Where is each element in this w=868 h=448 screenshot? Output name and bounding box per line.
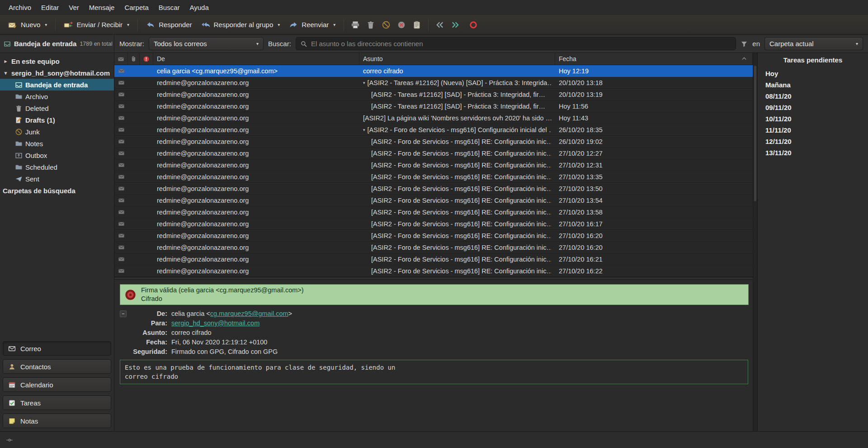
folder-scheduled[interactable]: Scheduled xyxy=(0,161,114,173)
message-row[interactable]: redmine@gonzalonazareno.org[ASIR2 - Foro… xyxy=(114,195,753,206)
folder-deleted[interactable]: Deleted xyxy=(0,102,114,114)
status-toggle-icon[interactable] xyxy=(5,437,14,443)
message-headers: − De: celia garcia <cg.marquez95@gmail.c… xyxy=(120,309,753,356)
show-filter-dropdown[interactable]: Todos los correos ▾ xyxy=(149,37,264,50)
folder-carpetas-de-b-squeda[interactable]: Carpetas de búsqueda xyxy=(0,185,114,196)
folder-icon xyxy=(15,163,23,171)
next-message-button[interactable] xyxy=(448,18,463,32)
security-value: Firmado con GPG, Cifrado con GPG xyxy=(167,348,278,355)
todo-date-13-11-20[interactable]: 13/11/20 xyxy=(758,147,868,158)
message-row[interactable]: redmine@gonzalonazareno.org[ASIR2 - Foro… xyxy=(114,265,753,277)
todo-date-09-11-20[interactable]: 09/11/20 xyxy=(758,102,868,113)
read-column-header[interactable] xyxy=(114,53,128,65)
message-row[interactable]: redmine@gonzalonazareno.org[ASIR2 - Tare… xyxy=(114,100,753,112)
todo-date-08-11-20[interactable]: 08/11/20 xyxy=(758,91,868,102)
menu-buscar[interactable]: Buscar xyxy=(154,2,185,13)
evolution-window: ArchivoEditarVerMensajeCarpetaBuscarAyud… xyxy=(0,0,868,448)
todo-date-12-11-20[interactable]: 12/11/20 xyxy=(758,136,868,147)
chevron-down-icon[interactable]: ▾ xyxy=(278,22,280,27)
message-row[interactable]: redmine@gonzalonazareno.org▾[ASIR2 - Tar… xyxy=(114,77,753,89)
expander-open-icon[interactable]: ▾ xyxy=(3,70,9,76)
chevron-down-icon[interactable]: ▾ xyxy=(45,22,47,27)
scrollbar-thumb[interactable] xyxy=(754,66,756,201)
delete-button[interactable] xyxy=(363,18,378,32)
send-receive-button[interactable]: Enviar / Recibir ▾ xyxy=(59,18,134,32)
subject-label: Asunto: xyxy=(130,329,167,336)
message-row[interactable]: redmine@gonzalonazareno.org[ASIR2 - Foro… xyxy=(114,148,753,159)
thread-expander-icon[interactable]: ▾ xyxy=(363,128,365,132)
chevron-down-icon[interactable]: ▾ xyxy=(333,22,335,27)
reply-group-button[interactable]: Responder al grupo ▾ xyxy=(197,18,285,32)
new-button[interactable]: Nuevo ▾ xyxy=(4,18,52,32)
chevron-down-icon[interactable]: ▾ xyxy=(127,22,129,27)
message-row[interactable]: redmine@gonzalonazareno.org[ASIR2 - Foro… xyxy=(114,183,753,195)
menu-ver[interactable]: Ver xyxy=(64,2,84,13)
menu-mensaje[interactable]: Mensaje xyxy=(84,2,120,13)
menu-archivo[interactable]: Archivo xyxy=(4,2,36,13)
outbox-icon xyxy=(15,152,23,159)
print-button[interactable] xyxy=(348,18,363,32)
folder-drafts-1[interactable]: Drafts (1) xyxy=(0,114,114,126)
search-icon xyxy=(300,40,307,48)
message-row[interactable]: redmine@gonzalonazareno.org[ASIR2 - Foro… xyxy=(114,218,753,230)
search-input[interactable] xyxy=(311,40,731,48)
from-email-link[interactable]: cg.marquez95@gmail.com xyxy=(210,310,288,317)
folder-notes[interactable]: Notes xyxy=(0,138,114,149)
folder-outbox[interactable]: Outbox xyxy=(0,149,114,161)
forward-button[interactable]: Reenviar ▾ xyxy=(284,18,340,32)
thread-expander-icon[interactable]: ▾ xyxy=(363,81,365,85)
search-scope-dropdown[interactable]: Carpeta actual ▾ xyxy=(764,37,863,50)
stop-button[interactable] xyxy=(466,18,481,32)
message-row[interactable]: redmine@gonzalonazareno.org[ASIR2 - Foro… xyxy=(114,242,753,253)
todo-date-10-11-20[interactable]: 10/11/20 xyxy=(758,113,868,124)
inbox-icon xyxy=(4,40,11,48)
switcher-tareas-button[interactable]: Tareas xyxy=(3,396,111,410)
todo-date-ma-ana[interactable]: Mañana xyxy=(758,79,868,91)
previous-message-button[interactable] xyxy=(432,18,448,32)
message-row[interactable]: redmine@gonzalonazareno.org[ASIR2 - Tare… xyxy=(114,89,753,100)
scrollbar[interactable] xyxy=(753,53,757,431)
menu-carpeta[interactable]: Carpeta xyxy=(119,2,153,13)
switcher-correo-button[interactable]: Correo xyxy=(3,341,111,356)
date-column-header[interactable]: Fecha xyxy=(555,53,753,65)
to-email-link[interactable]: sergio_hd_sony@hotmail.com xyxy=(171,319,259,327)
switcher-calendario-button[interactable]: Calendario xyxy=(3,377,111,392)
folder-sent[interactable]: Sent xyxy=(0,173,114,185)
expander-closed-icon[interactable]: ▸ xyxy=(3,58,9,64)
message-row[interactable]: celia garcia <cg.marquez95@gmail.com>cor… xyxy=(114,65,753,77)
folder-junk[interactable]: Junk xyxy=(0,126,114,138)
message-row[interactable]: redmine@gonzalonazareno.org[ASIR2 - Foro… xyxy=(114,159,753,171)
reply-all-icon xyxy=(201,20,210,29)
subject-column-header[interactable]: Asunto xyxy=(359,53,555,65)
not-junk-button[interactable] xyxy=(394,18,409,32)
menu-editar[interactable]: Editar xyxy=(36,2,64,13)
attachment-column-header[interactable] xyxy=(128,53,140,65)
message-row[interactable]: redmine@gonzalonazareno.org▾[ASIR2 - For… xyxy=(114,124,753,136)
folder-archivo[interactable]: Archivo xyxy=(0,91,114,102)
folder-sergio-hd-sony-hotmail-com[interactable]: ▾sergio_hd_sony@hotmail.com xyxy=(0,67,114,79)
message-row[interactable]: redmine@gonzalonazareno.org[ASIR2 - Foro… xyxy=(114,253,753,265)
sidebar: ▸En este equipo▾sergio_hd_sony@hotmail.c… xyxy=(0,53,114,431)
folder-en-este-equipo[interactable]: ▸En este equipo xyxy=(0,55,114,67)
clipboard-button[interactable] xyxy=(409,18,425,32)
message-row[interactable]: redmine@gonzalonazareno.org[ASIR2 - Foro… xyxy=(114,230,753,242)
reply-button[interactable]: Responder xyxy=(142,18,196,32)
from-column-header[interactable]: De xyxy=(153,53,359,65)
switcher-notas-button[interactable]: Notas xyxy=(3,414,111,428)
folder-bandeja-de-entrada[interactable]: Bandeja de entrada xyxy=(0,79,114,91)
switcher-contactos-button[interactable]: Contactos xyxy=(3,359,111,374)
message-row[interactable]: redmine@gonzalonazareno.org[ASIR2] La pá… xyxy=(114,112,753,124)
todo-date-11-11-20[interactable]: 11/11/20 xyxy=(758,124,868,136)
collapse-headers-button[interactable]: − xyxy=(120,310,127,317)
message-row[interactable]: redmine@gonzalonazareno.org[ASIR2 - Foro… xyxy=(114,136,753,148)
message-row[interactable]: redmine@gonzalonazareno.org[ASIR2 - Foro… xyxy=(114,171,753,183)
envelope-icon xyxy=(118,256,125,262)
filter-icon[interactable] xyxy=(741,40,748,48)
priority-column-header[interactable] xyxy=(140,53,153,65)
message-row[interactable]: redmine@gonzalonazareno.org[ASIR2 - Foro… xyxy=(114,206,753,218)
todo-date-hoy[interactable]: Hoy xyxy=(758,68,868,79)
junk-button[interactable] xyxy=(378,18,394,32)
important-icon xyxy=(143,56,150,62)
sent-icon xyxy=(15,175,23,183)
menu-ayuda[interactable]: Ayuda xyxy=(185,2,214,13)
